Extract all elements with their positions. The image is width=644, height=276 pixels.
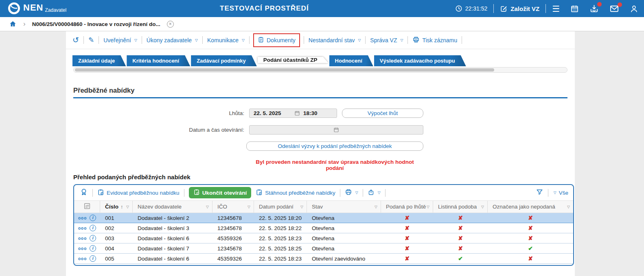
tab-zakladni-udaje[interactable]: Základní údaje: [72, 55, 126, 66]
opening-datetime-input[interactable]: [249, 125, 423, 135]
row-menu-icon[interactable]: ooo: [78, 216, 87, 220]
messages-button[interactable]: [609, 4, 619, 13]
row-menu-icon[interactable]: ooo: [78, 246, 87, 251]
pencil-icon[interactable]: ✎: [88, 37, 94, 43]
cell-ico: 12345678: [212, 223, 254, 233]
action-komunikace[interactable]: Komunikace▽: [207, 37, 245, 43]
history-icon[interactable]: ↺: [72, 36, 79, 44]
header-podana-po-lhute[interactable]: Podaná po lhůtě▽: [381, 201, 433, 213]
export-button[interactable]: ▽: [368, 189, 381, 197]
filter-scope-vse[interactable]: ▽ Vše: [553, 190, 568, 196]
info-icon[interactable]: i: [90, 215, 96, 221]
environment-title: TESTOVACÍ PROSTŘEDÍ: [220, 4, 309, 13]
action-tisk-zaznamu[interactable]: Tisk záznamu: [412, 36, 457, 44]
filter-icon[interactable]: [536, 188, 543, 197]
action-uverejneni[interactable]: Uveřejnění▽: [103, 37, 137, 43]
filter-dropdown-icon[interactable]: ▽: [248, 205, 250, 209]
chevron-down-icon: ▽: [134, 38, 137, 42]
header-ico[interactable]: IČO▽: [212, 201, 254, 213]
deadline-input[interactable]: 22. 5. 2025 18:30: [249, 109, 337, 118]
award-icon[interactable]: [80, 188, 88, 198]
table-row[interactable]: oooi 005 Dodavatel - školení 6 45359326 …: [74, 254, 573, 264]
filter-dropdown-icon[interactable]: ▽: [206, 205, 209, 209]
cell-nepodana-mark: ✔: [488, 243, 573, 253]
deadline-date-value: 22. 5. 2025: [254, 110, 291, 116]
cell-po-lhute-mark: ✘: [381, 243, 433, 253]
calendar-picker-icon[interactable]: [333, 127, 339, 133]
tab-kriteria-hodnoceni[interactable]: Kritéria hodnocení: [127, 55, 190, 66]
divider: [304, 36, 304, 44]
divider: [407, 36, 408, 44]
header-stav[interactable]: Stav▽: [307, 201, 381, 213]
filter-dropdown-icon[interactable]: ▽: [375, 205, 377, 209]
action-nestandardni-stav[interactable]: Nestandardní stav▽: [309, 37, 361, 43]
cell-po-lhute-mark: ✘: [381, 233, 433, 243]
tab-vysledek-zadavaciho-postupu[interactable]: Výsledek zadávacího postupu: [374, 55, 466, 66]
row-menu-icon[interactable]: ooo: [78, 256, 87, 261]
header-listinna-podoba[interactable]: Listinná podoba▽: [433, 201, 488, 213]
header-nazev-dodavatele[interactable]: Název dodavatele▽: [133, 201, 212, 213]
downloads-button[interactable]: [589, 4, 599, 13]
brand-name: NEN: [23, 2, 43, 14]
column-settings-button[interactable]: [74, 201, 100, 213]
action-ukony-zadavatele[interactable]: Úkony zadavatele▽: [147, 37, 198, 43]
deadline-time-value: 18:30: [303, 110, 318, 116]
horizontal-scrollbar-track[interactable]: [73, 67, 567, 73]
row-menu-icon[interactable]: ooo: [78, 226, 87, 230]
header-cislo[interactable]: Číslo ↑ ▽: [100, 201, 133, 213]
horizontal-scrollbar-thumb[interactable]: [75, 68, 494, 72]
row-menu-icon[interactable]: ooo: [78, 236, 87, 241]
tab-podani-ucastniku-zp[interactable]: Podání účastníků ZP: [258, 57, 329, 63]
download-preliminary-bids-button[interactable]: Stáhnout předběžné nabídky: [256, 189, 335, 197]
user-profile-icon[interactable]: [630, 4, 638, 13]
end-opening-button[interactable]: Ukončit otevírání: [189, 187, 252, 198]
clipboard-plus-icon: [97, 189, 104, 197]
info-icon[interactable]: i: [90, 225, 96, 231]
action-sprava-vz[interactable]: Správa VZ▽: [370, 37, 403, 43]
opening-label: Datum a čas otevírání:: [66, 127, 244, 133]
breadcrumb-item[interactable]: N006/25/V00004860 - Inovace v rozvoji ří…: [32, 21, 160, 27]
cell-listinna-mark: ✘: [433, 213, 488, 223]
divider: [142, 36, 142, 44]
nen-logo[interactable]: NEN Zadavatel: [7, 2, 66, 15]
printer-icon: [345, 189, 352, 197]
table-row[interactable]: oooi 001 Dodavatel - školení 2 12345678 …: [74, 213, 573, 223]
table-row[interactable]: oooi 002 Dodavatel - školení 3 12345678 …: [74, 223, 573, 233]
filter-dropdown-icon[interactable]: ▽: [427, 205, 429, 209]
register-preliminary-bid-button[interactable]: Evidovat předběžnou nabídku: [97, 189, 180, 197]
filter-dropdown-icon[interactable]: ▽: [481, 205, 484, 209]
home-icon[interactable]: [9, 20, 17, 28]
info-icon[interactable]: i: [90, 255, 96, 262]
divider: [363, 189, 363, 197]
filter-dropdown-icon[interactable]: ▽: [300, 205, 303, 209]
overview-title: Přehled podaných předběžných nabídek: [73, 174, 191, 180]
filter-dropdown-icon[interactable]: ▽: [126, 205, 129, 209]
info-icon[interactable]: i: [90, 245, 96, 252]
calc-deadlines-button[interactable]: Výpočet lhůt: [342, 109, 423, 118]
filter-dropdown-icon[interactable]: ▽: [567, 205, 570, 209]
downloads-notification-dot: [597, 2, 602, 7]
header-datum-podani[interactable]: Datum podání▽: [254, 201, 307, 213]
info-icon[interactable]: i: [90, 235, 96, 241]
calendar-icon[interactable]: [570, 4, 579, 13]
submissions-panel: Evidovat předběžnou nabídku Ukončit otev…: [73, 184, 574, 266]
divider: [99, 36, 99, 44]
action-dokumenty[interactable]: Dokumenty: [258, 36, 296, 44]
print-table-button[interactable]: ▽: [345, 189, 358, 197]
topbar-divider: [493, 4, 494, 13]
header-oznacena-jako-nepodana[interactable]: Označena jako nepodaná▽: [488, 201, 573, 213]
nonstandard-state-warning: Byl proveden nestandardní stav úprava na…: [246, 159, 423, 171]
table-row[interactable]: oooi 003 Dodavatel - školení 6 45359326 …: [74, 233, 573, 243]
tab-zadavaci-podminky[interactable]: Zadávací podmínky: [191, 55, 257, 66]
printer-icon: [412, 36, 420, 44]
calendar-picker-icon[interactable]: [294, 110, 300, 116]
menu-icon[interactable]: ☰: [552, 4, 560, 13]
close-tab-icon[interactable]: ×: [167, 21, 174, 28]
divider: [83, 36, 84, 44]
table-row[interactable]: oooi 004 Dodavatel - školení 7 12345678 …: [74, 243, 573, 254]
send-invitation-button[interactable]: Odeslání výzvy k podání předběžných nabí…: [246, 141, 423, 151]
tab-hodnoceni[interactable]: Hodnocení: [329, 55, 373, 66]
cell-datum: 22. 5. 2025 18:20: [254, 213, 307, 223]
create-vz-button[interactable]: Založit VZ: [500, 5, 539, 13]
cell-ico: 45359326: [212, 233, 254, 243]
